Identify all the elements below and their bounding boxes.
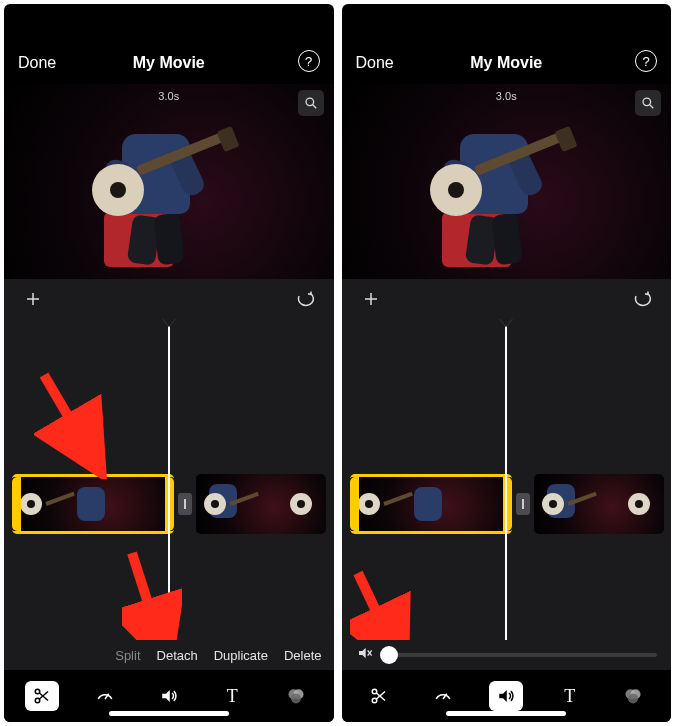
cut-tool[interactable] (25, 681, 59, 711)
gauge-icon (94, 687, 116, 705)
svg-line-9 (44, 375, 92, 457)
scissors-icon (33, 687, 51, 705)
timeline[interactable] (4, 319, 334, 640)
playhead-marker-icon (498, 319, 514, 327)
text-tool[interactable]: T (553, 681, 587, 711)
annotation-arrow-volume (122, 549, 182, 640)
video-preview[interactable]: 3.0s (4, 84, 334, 279)
magnify-icon (641, 96, 655, 110)
svg-point-34 (373, 689, 378, 694)
timeline[interactable] (342, 319, 672, 640)
filter-icon (285, 686, 307, 706)
svg-point-20 (291, 694, 301, 704)
clip-selected[interactable] (350, 474, 512, 534)
preview-image (372, 104, 602, 274)
preview-image (34, 104, 264, 274)
svg-line-30 (358, 573, 396, 640)
project-title: My Movie (4, 54, 334, 72)
playback-controls: . (342, 279, 672, 319)
plus-icon (362, 290, 380, 308)
playhead[interactable] (505, 319, 507, 640)
svg-line-36 (377, 693, 386, 701)
svg-line-14 (39, 693, 48, 701)
clip-selected[interactable] (12, 474, 174, 534)
nav-header: Done My Movie ? (4, 4, 334, 84)
zoom-button[interactable] (298, 90, 324, 116)
svg-point-13 (35, 698, 40, 703)
home-indicator[interactable] (109, 711, 229, 716)
clip-actions-bar: Split Detach Duplicate Delete (4, 640, 334, 670)
detach-button[interactable]: Detach (157, 648, 198, 663)
plus-icon (24, 290, 42, 308)
svg-marker-17 (162, 690, 170, 702)
project-title: My Movie (342, 54, 672, 72)
speed-tool[interactable] (88, 681, 122, 711)
svg-line-15 (39, 692, 48, 700)
svg-line-11 (132, 553, 162, 640)
zoom-button[interactable] (635, 90, 661, 116)
screenshot-right: Done My Movie ? 3.0s . (342, 4, 672, 722)
svg-marker-7 (161, 319, 177, 327)
svg-point-12 (35, 689, 40, 694)
scissors-icon (370, 687, 388, 705)
add-media-button[interactable] (356, 284, 386, 314)
delete-button[interactable]: Delete (284, 648, 322, 663)
transition-button[interactable] (516, 493, 530, 515)
text-tool[interactable]: T (215, 681, 249, 711)
clip-2[interactable] (196, 474, 326, 534)
volume-slider-knob[interactable] (380, 646, 398, 664)
svg-point-21 (643, 98, 651, 106)
gauge-icon (432, 687, 454, 705)
speaker-icon (159, 687, 179, 705)
filter-icon (622, 686, 644, 706)
playhead-marker-icon (161, 319, 177, 327)
undo-button[interactable] (290, 284, 320, 314)
svg-marker-28 (498, 319, 514, 327)
trim-handle-left[interactable] (350, 477, 359, 531)
svg-marker-39 (500, 690, 508, 702)
playback-controls: . (4, 279, 334, 319)
undo-button[interactable] (627, 284, 657, 314)
svg-point-35 (373, 698, 378, 703)
svg-point-0 (306, 98, 314, 106)
transition-button[interactable] (178, 493, 192, 515)
magnify-icon (304, 96, 318, 110)
split-button[interactable]: Split (115, 648, 140, 663)
volume-slider[interactable] (384, 653, 658, 657)
svg-line-1 (312, 105, 316, 109)
screenshot-left: Done My Movie ? 3.0s . (4, 4, 334, 722)
add-media-button[interactable] (18, 284, 48, 314)
mute-icon (356, 645, 374, 665)
clip-2[interactable] (534, 474, 664, 534)
svg-line-37 (377, 692, 386, 700)
svg-marker-31 (359, 648, 366, 659)
clip-duration: 3.0s (158, 90, 179, 102)
trim-handle-left[interactable] (12, 477, 21, 531)
filter-tool[interactable] (279, 681, 313, 711)
volume-tool[interactable] (152, 681, 186, 711)
svg-line-22 (650, 105, 654, 109)
home-indicator[interactable] (446, 711, 566, 716)
video-preview[interactable]: 3.0s (342, 84, 672, 279)
cut-tool[interactable] (362, 681, 396, 711)
annotation-arrow-slider (350, 569, 420, 640)
undo-icon (294, 290, 316, 308)
undo-icon (631, 290, 653, 308)
annotation-arrow-clip (34, 369, 114, 479)
nav-header: Done My Movie ? (342, 4, 672, 84)
volume-tool[interactable] (489, 681, 523, 711)
svg-point-42 (628, 694, 638, 704)
duplicate-button[interactable]: Duplicate (214, 648, 268, 663)
volume-control-row (342, 640, 672, 670)
speaker-icon (496, 687, 516, 705)
speed-tool[interactable] (426, 681, 460, 711)
clip-duration: 3.0s (496, 90, 517, 102)
filter-tool[interactable] (616, 681, 650, 711)
